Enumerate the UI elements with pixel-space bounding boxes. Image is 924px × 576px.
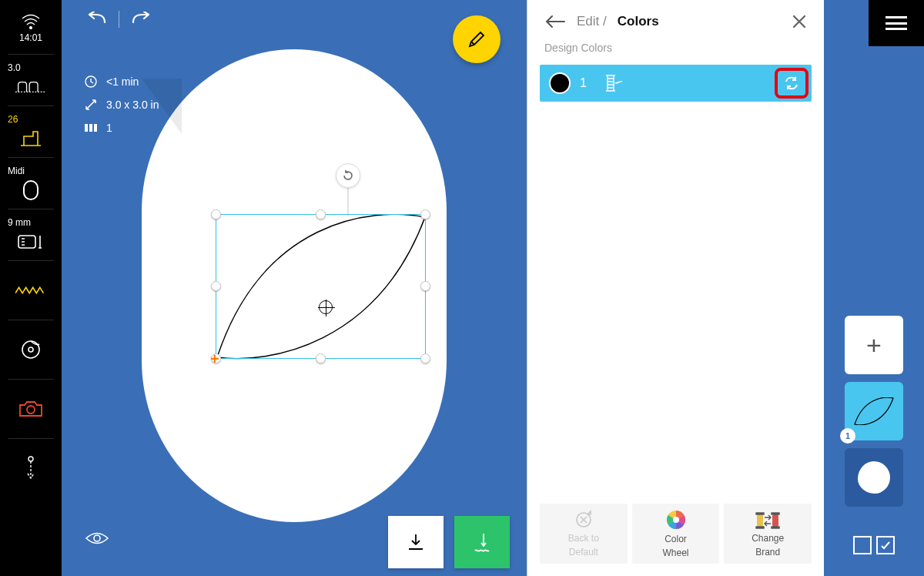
resize-handle-bm[interactable] (316, 353, 326, 363)
colors-icon (85, 122, 97, 133)
svg-rect-15 (757, 514, 763, 527)
resize-handle-br[interactable] (420, 353, 430, 363)
resize-handle-tr[interactable] (420, 209, 430, 219)
camera-icon (15, 398, 46, 420)
resize-handle-tm[interactable] (316, 209, 326, 219)
layer-blob-icon (858, 461, 890, 494)
svg-rect-8 (85, 124, 88, 132)
meta-colors: 1 (106, 122, 112, 134)
stitch-count-label: 26 (8, 114, 18, 125)
svg-point-5 (27, 406, 35, 414)
svg-rect-18 (756, 527, 764, 528)
clock-icon (85, 75, 97, 88)
svg-point-14 (673, 517, 679, 523)
divider (119, 11, 119, 28)
view-single-button[interactable] (853, 536, 872, 554)
bobbin-icon (15, 339, 46, 360)
speed-item[interactable]: 3.0 (0, 56, 62, 104)
stitch-button[interactable] (454, 516, 510, 568)
breadcrumb-parent: Edit / (577, 14, 607, 29)
resize-handle-mr[interactable] (420, 281, 430, 291)
wifi-icon (15, 11, 46, 32)
layer-badge: 1 (840, 428, 855, 444)
pf-label-2b: Wheel (663, 548, 689, 558)
rotate-stem (347, 188, 349, 216)
svg-rect-1 (24, 181, 38, 199)
panel-footer: Back to Default Color Wheel (537, 501, 815, 567)
back-to-default-button[interactable]: Back to Default (540, 504, 628, 564)
reset-icon (574, 510, 594, 530)
colors-panel: Edit / Colors Design Colors 1 (527, 0, 824, 576)
pf-label-1a: Back to (568, 533, 599, 544)
expand-icon (85, 99, 97, 111)
right-rail: + 1 (824, 0, 924, 576)
needle-item[interactable]: 9 mm (0, 211, 62, 259)
selection-box[interactable] (216, 214, 426, 359)
needle-down-item[interactable] (0, 440, 62, 496)
wifi-status: 14:01 (0, 5, 62, 52)
origin-marker: + (210, 350, 219, 368)
pf-label-2a: Color (665, 534, 687, 544)
zigzag-icon (15, 280, 46, 301)
preview-button[interactable] (85, 530, 109, 547)
download-icon (406, 532, 426, 552)
svg-rect-19 (772, 513, 779, 514)
svg-point-4 (28, 347, 33, 352)
close-button[interactable] (792, 14, 807, 29)
stitch-speed-icon (15, 76, 46, 98)
thread-spool-icon (604, 73, 622, 93)
stitch-out-icon (470, 531, 494, 554)
color-row-1[interactable]: 1 (540, 65, 812, 102)
left-sidebar: 14:01 3.0 26 Midi (0, 0, 62, 576)
svg-point-3 (22, 341, 39, 358)
color-wheel-button[interactable]: Color Wheel (632, 504, 720, 564)
clock-label: 14:01 (19, 32, 42, 43)
layer-thumb-1[interactable]: 1 (845, 382, 903, 440)
meta-dimensions: 3.0 x 3.0 in (106, 99, 159, 111)
pf-label-3b: Brand (755, 547, 780, 558)
color-swatch (549, 72, 571, 94)
camera-item[interactable] (0, 381, 62, 437)
svg-rect-10 (94, 124, 97, 132)
svg-point-0 (30, 27, 32, 29)
sync-color-button[interactable] (775, 68, 808, 99)
svg-rect-16 (772, 514, 778, 527)
edit-fab[interactable] (453, 15, 500, 63)
svg-rect-9 (89, 124, 92, 132)
stitch-count-item[interactable]: 26 (0, 108, 62, 156)
needle-plate-icon (15, 231, 46, 253)
resize-handle-tl[interactable] (211, 209, 221, 219)
speed-label: 3.0 (8, 62, 21, 73)
resize-handle-ml[interactable] (211, 281, 221, 291)
svg-rect-17 (756, 513, 764, 514)
change-brand-button[interactable]: Change Brand (724, 504, 812, 564)
hoop-size-item[interactable]: Midi (0, 159, 62, 207)
add-layer-button[interactable]: + (845, 316, 903, 374)
menu-button[interactable] (869, 0, 924, 46)
plus-icon: + (866, 330, 882, 360)
view-check-button[interactable] (876, 536, 895, 554)
breadcrumb-current: Colors (618, 14, 659, 29)
view-toggle (853, 536, 895, 554)
center-target-icon (319, 300, 333, 314)
undo-button[interactable] (85, 12, 108, 27)
rotate-handle[interactable] (336, 163, 360, 188)
color-wheel-icon (665, 509, 687, 531)
canvas-area: <1 min 3.0 x 3.0 in 1 (62, 0, 527, 576)
svg-point-6 (28, 457, 33, 461)
zigzag-item[interactable] (0, 263, 62, 318)
change-brand-icon (755, 510, 781, 530)
layer-thumb-2[interactable] (845, 448, 903, 507)
download-button[interactable] (388, 516, 444, 568)
panel-subtitle: Design Colors (537, 42, 815, 62)
svg-rect-20 (772, 527, 779, 528)
needle-label: 9 mm (8, 217, 31, 228)
svg-point-11 (94, 535, 100, 541)
bobbin-item[interactable] (0, 322, 62, 377)
redo-button[interactable] (130, 12, 153, 27)
sync-icon (783, 75, 800, 92)
back-button[interactable] (544, 15, 566, 28)
canvas-actions (388, 516, 510, 568)
layer-icon (854, 397, 894, 425)
meta-time: <1 min (106, 75, 139, 88)
